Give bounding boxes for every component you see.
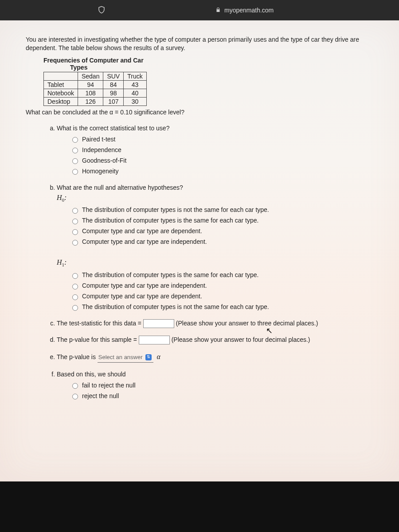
table-header-row: Sedan SUV Truck <box>44 72 147 80</box>
option-label: Homogeneity <box>82 167 119 176</box>
frequency-table-block: Frequencies of Computer and Car Types Se… <box>43 57 376 106</box>
option-label: fail to reject the null <box>82 381 136 390</box>
row-header: Notebook <box>44 89 78 97</box>
col-header: Truck <box>124 72 146 80</box>
h1-label: H1: <box>57 258 66 266</box>
option-label: Independence <box>82 145 121 155</box>
h0-label: H0: <box>57 194 66 201</box>
question-d-hint: (Please show your answer to four decimal… <box>172 336 310 343</box>
option-label: The distribution of computer types is th… <box>82 270 258 280</box>
radio-input[interactable] <box>72 240 78 246</box>
question-a: What is the correct statistical test to … <box>57 124 376 176</box>
question-e: The p-value is Select an answer ⇅ α <box>57 352 376 363</box>
table-cell: 108 <box>78 89 103 97</box>
pvalue-compare-select[interactable]: Select an answer ⇅ <box>98 353 153 363</box>
table-row: Desktop 126 107 30 <box>44 97 147 106</box>
table-cell: 126 <box>78 97 103 106</box>
col-header: SUV <box>103 72 124 80</box>
question-c: The test-statistic for this data = (Plea… <box>57 319 376 328</box>
test-statistic-input[interactable] <box>143 319 174 328</box>
radio-option[interactable]: Goodness-of-Fit <box>70 156 376 165</box>
radio-option[interactable]: The distribution of computer types is th… <box>70 270 376 280</box>
radio-input[interactable] <box>72 305 78 311</box>
option-label: Computer type and car type are independe… <box>82 237 207 246</box>
option-label: Computer type and car type are independe… <box>82 281 207 290</box>
row-header: Desktop <box>44 97 78 106</box>
radio-input[interactable] <box>72 148 78 153</box>
radio-input[interactable] <box>72 273 78 279</box>
table-cell: 30 <box>124 97 146 106</box>
table-row: Tablet 94 84 43 <box>44 80 147 89</box>
alpha-symbol: α <box>156 353 160 360</box>
question-b: What are the null and alternative hypoth… <box>57 183 376 312</box>
question-list: What is the correct statistical test to … <box>26 124 376 401</box>
radio-option[interactable]: fail to reject the null <box>70 381 376 390</box>
radio-input[interactable] <box>72 137 78 143</box>
address-bar[interactable]: myopenmath.com <box>9 6 390 15</box>
radio-input[interactable] <box>72 169 78 175</box>
option-label: Computer type and car type are dependent… <box>82 292 202 301</box>
table-corner <box>44 72 78 80</box>
h1-options: The distribution of computer types is th… <box>70 270 376 312</box>
option-label: Paired t-test <box>82 135 115 144</box>
select-placeholder: Select an answer <box>98 353 143 362</box>
radio-input[interactable] <box>72 394 78 399</box>
table-cell: 40 <box>124 89 146 97</box>
significance-line: What can be concluded at the α = 0.10 si… <box>26 109 376 116</box>
question-f: Based on this, we should fail to reject … <box>57 370 376 401</box>
radio-option[interactable]: The distribution of computer types is no… <box>70 205 376 215</box>
table-cell: 107 <box>103 97 124 106</box>
question-e-prompt: The p-value is <box>57 353 96 360</box>
option-label: Goodness-of-Fit <box>82 156 126 165</box>
table-caption: Frequencies of Computer and Car Types <box>43 57 376 71</box>
radio-input[interactable] <box>72 383 78 389</box>
page-content: You are interested in investigating whet… <box>0 20 399 481</box>
radio-input[interactable] <box>72 219 78 224</box>
radio-input[interactable] <box>72 294 78 300</box>
table-cell: 84 <box>103 80 124 89</box>
radio-input[interactable] <box>72 158 78 164</box>
option-label: The distribution of computer types is no… <box>82 205 269 215</box>
question-d: The p-value for this sample = (Please sh… <box>57 335 376 344</box>
p-value-input[interactable] <box>139 336 170 344</box>
question-b-prompt: What are the null and alternative hypoth… <box>57 184 183 191</box>
caption-line-1: Frequencies of Computer and Car <box>43 57 144 64</box>
intro-text: You are interested in investigating whet… <box>26 35 376 52</box>
option-label: reject the null <box>82 391 119 401</box>
question-f-prompt: Based on this, we should <box>57 371 126 378</box>
radio-option[interactable]: The distribution of computer types is th… <box>70 216 376 225</box>
radio-option[interactable]: Independence <box>70 145 376 155</box>
question-c-prompt: The test-statistic for this data = <box>57 320 141 327</box>
radio-option[interactable]: Homogeneity <box>70 167 376 176</box>
option-label: The distribution of computer types is th… <box>82 216 258 225</box>
col-header: Sedan <box>78 72 103 80</box>
question-a-prompt: What is the correct statistical test to … <box>57 125 169 132</box>
device-bezel <box>0 481 399 532</box>
question-f-options: fail to reject the null reject the null <box>70 381 376 401</box>
radio-option[interactable]: Computer type and car type are dependent… <box>70 292 376 301</box>
h0-options: The distribution of computer types is no… <box>70 205 376 246</box>
browser-bar: myopenmath.com <box>0 0 399 20</box>
question-a-options: Paired t-test Independence Goodness-of-F… <box>70 135 376 176</box>
privacy-shield-icon <box>98 6 106 15</box>
option-label: Computer type and car type are dependent… <box>82 227 202 236</box>
radio-option[interactable]: Paired t-test <box>70 135 376 144</box>
radio-option[interactable]: Computer type and car type are dependent… <box>70 227 376 236</box>
radio-option[interactable]: reject the null <box>70 391 376 401</box>
caption-line-2: Types <box>70 64 87 71</box>
url-text: myopenmath.com <box>224 7 274 14</box>
row-header: Tablet <box>44 80 78 89</box>
table-cell: 43 <box>124 80 146 89</box>
chevron-updown-icon: ⇅ <box>145 354 152 360</box>
radio-input[interactable] <box>72 284 78 289</box>
table-cell: 94 <box>78 80 103 89</box>
radio-option[interactable]: Computer type and car type are independe… <box>70 237 376 246</box>
radio-option[interactable]: Computer type and car type are independe… <box>70 281 376 290</box>
frequency-table: Sedan SUV Truck Tablet 94 84 43 Notebook… <box>43 72 147 106</box>
radio-input[interactable] <box>72 229 78 235</box>
table-cell: 98 <box>103 89 124 97</box>
radio-input[interactable] <box>72 208 78 214</box>
radio-option[interactable]: The distribution of computer types is no… <box>70 302 376 312</box>
question-c-hint: (Please show your answer to three decima… <box>176 320 318 327</box>
lock-icon <box>109 7 221 14</box>
